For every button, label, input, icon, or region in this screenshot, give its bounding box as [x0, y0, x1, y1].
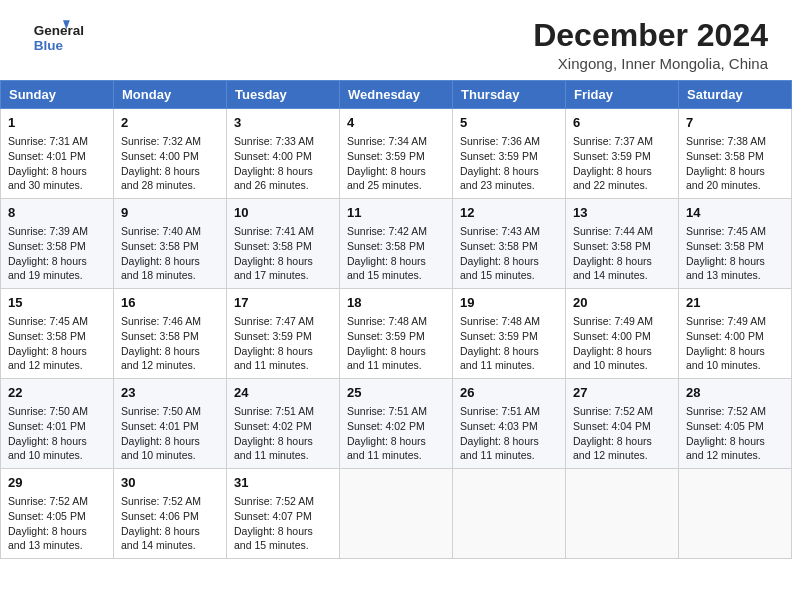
day-info: Sunrise: 7:52 AM	[8, 494, 106, 509]
day-info: Sunrise: 7:43 AM	[460, 224, 558, 239]
calendar-header-row: Sunday Monday Tuesday Wednesday Thursday…	[1, 81, 792, 109]
day-info: Sunrise: 7:36 AM	[460, 134, 558, 149]
day-info: and 30 minutes.	[8, 178, 106, 193]
day-info: and 11 minutes.	[460, 358, 558, 373]
day-info: Sunrise: 7:50 AM	[8, 404, 106, 419]
day-info: Sunrise: 7:52 AM	[234, 494, 332, 509]
col-monday: Monday	[114, 81, 227, 109]
day-info: Daylight: 8 hours	[347, 254, 445, 269]
day-info: Sunrise: 7:44 AM	[573, 224, 671, 239]
table-row: 20Sunrise: 7:49 AMSunset: 4:00 PMDayligh…	[566, 289, 679, 379]
day-number: 19	[460, 294, 558, 312]
day-info: Daylight: 8 hours	[460, 164, 558, 179]
day-info: Sunset: 4:02 PM	[234, 419, 332, 434]
day-info: Daylight: 8 hours	[573, 254, 671, 269]
day-info: Daylight: 8 hours	[234, 164, 332, 179]
day-number: 25	[347, 384, 445, 402]
day-info: Daylight: 8 hours	[686, 164, 784, 179]
day-info: and 13 minutes.	[8, 538, 106, 553]
day-info: and 11 minutes.	[234, 358, 332, 373]
day-info: and 10 minutes.	[573, 358, 671, 373]
day-info: Sunrise: 7:31 AM	[8, 134, 106, 149]
table-row: 22Sunrise: 7:50 AMSunset: 4:01 PMDayligh…	[1, 379, 114, 469]
day-info: and 17 minutes.	[234, 268, 332, 283]
day-number: 10	[234, 204, 332, 222]
day-number: 18	[347, 294, 445, 312]
title-block: December 2024 Xingong, Inner Mongolia, C…	[533, 18, 768, 72]
day-info: Sunset: 3:58 PM	[121, 329, 219, 344]
table-row: 27Sunrise: 7:52 AMSunset: 4:04 PMDayligh…	[566, 379, 679, 469]
day-info: Daylight: 8 hours	[347, 434, 445, 449]
day-info: and 10 minutes.	[686, 358, 784, 373]
col-saturday: Saturday	[679, 81, 792, 109]
day-info: Sunrise: 7:32 AM	[121, 134, 219, 149]
day-info: and 26 minutes.	[234, 178, 332, 193]
table-row: 11Sunrise: 7:42 AMSunset: 3:58 PMDayligh…	[340, 199, 453, 289]
table-row: 28Sunrise: 7:52 AMSunset: 4:05 PMDayligh…	[679, 379, 792, 469]
month-title: December 2024	[533, 18, 768, 53]
day-info: and 25 minutes.	[347, 178, 445, 193]
calendar-table: Sunday Monday Tuesday Wednesday Thursday…	[0, 80, 792, 559]
calendar-week-row: 8Sunrise: 7:39 AMSunset: 3:58 PMDaylight…	[1, 199, 792, 289]
day-info: Daylight: 8 hours	[121, 164, 219, 179]
svg-text:General: General	[34, 23, 84, 38]
page-header: GeneralBlue General Blue December 2024 X…	[0, 0, 792, 80]
day-info: Daylight: 8 hours	[8, 164, 106, 179]
day-info: Sunrise: 7:47 AM	[234, 314, 332, 329]
day-info: Sunrise: 7:48 AM	[460, 314, 558, 329]
day-info: Daylight: 8 hours	[121, 524, 219, 539]
day-info: and 12 minutes.	[573, 448, 671, 463]
table-row: 31Sunrise: 7:52 AMSunset: 4:07 PMDayligh…	[227, 468, 340, 558]
table-row: 21Sunrise: 7:49 AMSunset: 4:00 PMDayligh…	[679, 289, 792, 379]
table-row: 23Sunrise: 7:50 AMSunset: 4:01 PMDayligh…	[114, 379, 227, 469]
table-row: 13Sunrise: 7:44 AMSunset: 3:58 PMDayligh…	[566, 199, 679, 289]
svg-text:Blue: Blue	[34, 38, 64, 53]
table-row: 19Sunrise: 7:48 AMSunset: 3:59 PMDayligh…	[453, 289, 566, 379]
day-info: Daylight: 8 hours	[8, 254, 106, 269]
day-info: Sunset: 3:58 PM	[573, 239, 671, 254]
day-info: Daylight: 8 hours	[347, 164, 445, 179]
day-info: and 28 minutes.	[121, 178, 219, 193]
day-info: Daylight: 8 hours	[8, 344, 106, 359]
day-info: Sunset: 4:01 PM	[121, 419, 219, 434]
table-row	[453, 468, 566, 558]
table-row: 12Sunrise: 7:43 AMSunset: 3:58 PMDayligh…	[453, 199, 566, 289]
day-info: Sunset: 4:00 PM	[686, 329, 784, 344]
day-info: Sunset: 4:00 PM	[234, 149, 332, 164]
day-number: 5	[460, 114, 558, 132]
day-number: 9	[121, 204, 219, 222]
calendar-week-row: 15Sunrise: 7:45 AMSunset: 3:58 PMDayligh…	[1, 289, 792, 379]
day-info: and 14 minutes.	[573, 268, 671, 283]
day-info: and 14 minutes.	[121, 538, 219, 553]
table-row: 2Sunrise: 7:32 AMSunset: 4:00 PMDaylight…	[114, 109, 227, 199]
day-number: 29	[8, 474, 106, 492]
day-number: 2	[121, 114, 219, 132]
day-info: Sunset: 3:58 PM	[686, 239, 784, 254]
calendar-wrapper: Sunday Monday Tuesday Wednesday Thursday…	[0, 80, 792, 559]
table-row: 9Sunrise: 7:40 AMSunset: 3:58 PMDaylight…	[114, 199, 227, 289]
day-info: Sunset: 3:58 PM	[686, 149, 784, 164]
location-title: Xingong, Inner Mongolia, China	[533, 55, 768, 72]
day-info: Sunset: 3:58 PM	[8, 239, 106, 254]
day-info: Sunrise: 7:34 AM	[347, 134, 445, 149]
table-row: 15Sunrise: 7:45 AMSunset: 3:58 PMDayligh…	[1, 289, 114, 379]
day-info: Sunset: 3:59 PM	[347, 329, 445, 344]
day-number: 28	[686, 384, 784, 402]
day-info: Daylight: 8 hours	[234, 524, 332, 539]
day-info: Sunrise: 7:52 AM	[573, 404, 671, 419]
day-number: 6	[573, 114, 671, 132]
day-info: Sunset: 4:05 PM	[8, 509, 106, 524]
day-info: Daylight: 8 hours	[460, 434, 558, 449]
logo-icon: GeneralBlue	[24, 18, 84, 54]
day-info: Sunset: 4:00 PM	[121, 149, 219, 164]
day-info: Daylight: 8 hours	[347, 344, 445, 359]
day-info: Daylight: 8 hours	[686, 434, 784, 449]
day-info: Sunset: 3:59 PM	[573, 149, 671, 164]
day-info: and 12 minutes.	[121, 358, 219, 373]
table-row: 25Sunrise: 7:51 AMSunset: 4:02 PMDayligh…	[340, 379, 453, 469]
table-row: 8Sunrise: 7:39 AMSunset: 3:58 PMDaylight…	[1, 199, 114, 289]
day-info: Sunrise: 7:39 AM	[8, 224, 106, 239]
day-info: and 12 minutes.	[686, 448, 784, 463]
table-row: 5Sunrise: 7:36 AMSunset: 3:59 PMDaylight…	[453, 109, 566, 199]
day-number: 12	[460, 204, 558, 222]
